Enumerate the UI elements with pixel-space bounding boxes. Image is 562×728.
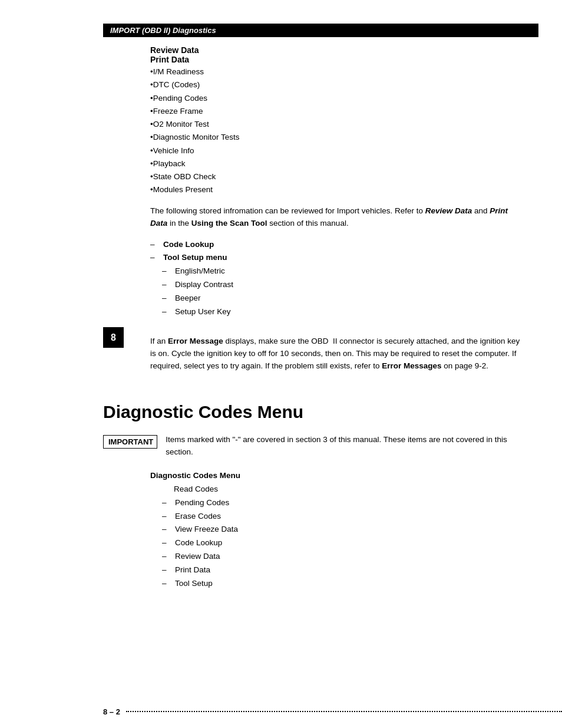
dash-item-setup-user-key: – Setup User Key: [162, 305, 527, 319]
important-box: IMPORTANT Items marked with "-" are cove…: [103, 434, 527, 459]
list-item: •Playback: [150, 157, 527, 170]
section-title: Diagnostic Codes Menu: [103, 402, 538, 422]
print-data-label: Print Data: [150, 55, 527, 64]
list-item: •DTC (Codes): [150, 78, 527, 91]
dash-item-tool-setup: – Tool Setup menu: [150, 251, 527, 265]
list-item: •Vehicle Info: [150, 144, 527, 157]
diag-menu-item-pending-codes: – Pending Codes: [162, 496, 527, 510]
header-bar: IMPORT (OBD II) Diagnostics: [103, 24, 538, 37]
print-data-items: •I/M Readiness •DTC (Codes) •Pending Cod…: [150, 65, 527, 197]
diag-menu-item-code-lookup: – Code Lookup: [162, 536, 527, 550]
list-item: •Freeze Frame: [150, 105, 527, 118]
footer-page-number: 8 – 2: [103, 707, 120, 716]
dash-list: – Code Lookup – Tool Setup menu – Englis…: [150, 238, 527, 319]
dash-item-english-metric: – English/Metric: [162, 265, 527, 278]
para2: If an Error Message displays, make sure …: [150, 335, 527, 373]
diag-menu-item-erase-codes: – Erase Codes: [162, 510, 527, 523]
header-label: IMPORT (OBD II) Diagnostics: [110, 26, 216, 35]
diag-menu-item-tool-setup: – Tool Setup: [162, 577, 527, 591]
page-wrapper: IMPORT (OBD II) Diagnostics Review Data …: [0, 0, 562, 728]
diag-menu-item-read-codes: Read Codes: [174, 483, 527, 496]
sidebar-number: 8: [103, 327, 124, 348]
list-item: •I/M Readiness: [150, 65, 527, 78]
important-label: IMPORTANT: [103, 435, 157, 449]
important-text: Items marked with "-" are covered in sec…: [166, 434, 527, 459]
dash-item-code-lookup: – Code Lookup: [150, 238, 527, 252]
diag-menu-item-review-data: – Review Data: [162, 550, 527, 564]
diag-menu-item-view-freeze-data: – View Freeze Data: [162, 523, 527, 536]
list-item: •Modules Present: [150, 183, 527, 196]
diag-menu-title: Diagnostic Codes Menu: [150, 469, 527, 483]
footer: 8 – 2: [0, 707, 562, 716]
diag-menu-item-print-data: – Print Data: [162, 564, 527, 577]
diag-menu-content: Diagnostic Codes Menu Read Codes – Pendi…: [150, 469, 527, 591]
print-data-section: Review Data Print Data •I/M Readiness •D…: [150, 45, 527, 373]
para1: The following stored infromation can be …: [150, 205, 527, 230]
dash-item-display-contrast: – Display Contrast: [162, 278, 527, 292]
review-data-label: Review Data: [150, 45, 527, 55]
footer-dots: [126, 711, 562, 712]
list-item: •State OBD Check: [150, 170, 527, 183]
list-item: •Pending Codes: [150, 92, 527, 105]
list-item: •O2 Monitor Test: [150, 118, 527, 131]
dash-item-beeper: – Beeper: [162, 292, 527, 305]
list-item: •Diagnostic Monitor Tests: [150, 131, 527, 144]
